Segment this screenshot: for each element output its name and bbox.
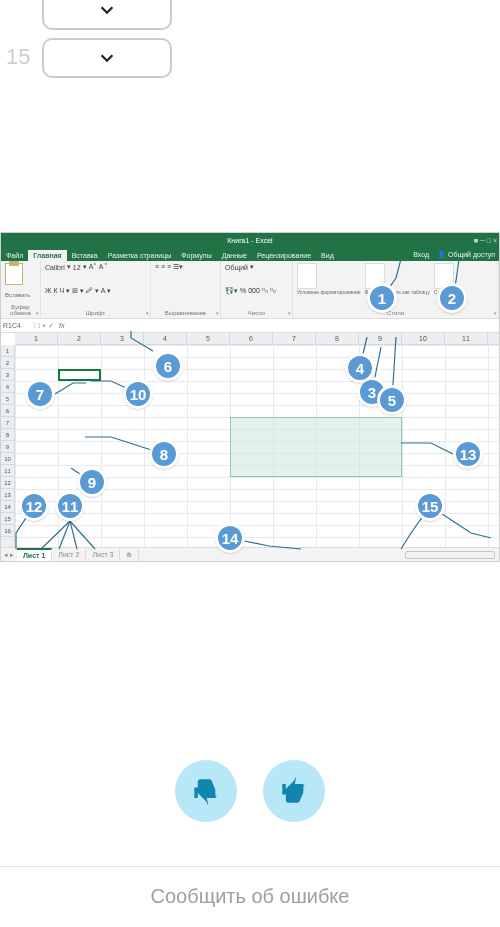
number-group-label: Число — [225, 310, 288, 316]
horizontal-scrollbar[interactable] — [405, 551, 495, 559]
callout-13: 13 — [453, 439, 483, 469]
selected-cell — [58, 369, 101, 381]
sheet-3[interactable]: Лист 3 — [86, 549, 120, 560]
name-box[interactable]: R1C4 — [1, 322, 35, 329]
align-group-label: Выравнивание — [155, 310, 216, 316]
title-bar: Книга1 - Excel ■ ─ □ × — [1, 233, 499, 247]
tab-insert[interactable]: Вставка — [67, 250, 103, 261]
formula-controls[interactable]: ⁞ × ✓ — [35, 322, 57, 330]
sheet-tabs: ◂ ▸ Лист 1 Лист 2 Лист 3 ⊕ — [1, 547, 499, 561]
number-controls[interactable]: % 000 ⁰₀ ⁰₀ — [240, 287, 276, 295]
callout-6: 6 — [153, 351, 183, 381]
callout-1: 1 — [367, 283, 397, 313]
selected-range — [230, 417, 402, 477]
ribbon-font: Calibri▾12▾A˄ A˅ Ж К Ч ▾ ⊞ ▾ 🖉 ▾ A ▾ Шри… — [41, 261, 151, 318]
tab-signin[interactable]: Вход — [409, 249, 433, 261]
tab-layout[interactable]: Разметка страницы — [103, 250, 177, 261]
sheet-add[interactable]: ⊕ — [120, 549, 139, 561]
callout-2: 2 — [437, 283, 467, 313]
callout-12: 12 — [19, 491, 49, 521]
ribbon-styles: Условное форматирование Форматировать ка… — [293, 261, 499, 318]
thumbs-up-button[interactable] — [263, 760, 325, 822]
callout-5: 5 — [377, 385, 407, 415]
callout-4: 4 — [345, 353, 375, 383]
tab-file[interactable]: Файл — [1, 250, 28, 261]
row-headers: 12 34 56 78 910 1112 1314 1516 — [1, 345, 15, 547]
tab-formulas[interactable]: Формулы — [176, 250, 216, 261]
column-headers: 12 34 56 78 910 11 — [15, 333, 499, 345]
callout-8: 8 — [149, 439, 179, 469]
tab-data[interactable]: Данные — [217, 250, 252, 261]
window-controls: ■ ─ □ × — [474, 237, 497, 244]
sheet-1[interactable]: Лист 1 — [17, 548, 52, 561]
callout-11: 11 — [55, 491, 85, 521]
chevron-down-icon — [98, 1, 116, 19]
ribbon: Вставить Буфер обмена Calibri▾12▾A˄ A˅ Ж… — [1, 261, 499, 319]
thumbs-down-button[interactable] — [175, 760, 237, 822]
paste-icon[interactable] — [5, 263, 23, 285]
report-error-link[interactable]: Сообщить об ошибке — [0, 866, 500, 908]
styles-group-label: Стили — [297, 310, 494, 316]
sheet-2[interactable]: Лист 2 — [52, 549, 86, 560]
ribbon-tabs: Файл Главная Вставка Разметка страницы Ф… — [1, 247, 499, 261]
fx-label[interactable]: fx — [57, 322, 66, 329]
dropdown-15[interactable] — [42, 38, 172, 78]
callout-9: 9 — [77, 467, 107, 497]
ribbon-alignment: ≡ ≡ ≡ ☰▾ Выравнивание — [151, 261, 221, 318]
thumbs-up-icon — [280, 777, 308, 805]
clipboard-label: Буфер обмена — [5, 304, 36, 316]
excel-screenshot: Книга1 - Excel ■ ─ □ × Файл Главная Вста… — [0, 232, 500, 562]
tab-share[interactable]: 👤 Общий доступ — [433, 249, 499, 261]
callout-7: 7 — [25, 379, 55, 409]
cond-format-icon[interactable] — [297, 263, 317, 289]
formula-bar: R1C4 ⁞ × ✓ fx — [1, 319, 499, 333]
sheet-nav[interactable]: ◂ ▸ — [1, 551, 17, 559]
callout-15: 15 — [415, 491, 445, 521]
font-name[interactable]: Calibri — [45, 264, 65, 271]
align-controls[interactable]: ≡ ≡ ≡ ☰▾ — [155, 263, 183, 271]
font-group-label: Шрифт — [45, 310, 146, 316]
thumbs-down-icon — [192, 777, 220, 805]
ribbon-number: Общий▾ 💱▾% 000 ⁰₀ ⁰₀ Число — [221, 261, 293, 318]
callout-10: 10 — [123, 379, 153, 409]
chevron-down-icon — [98, 49, 116, 67]
paste-label: Вставить — [5, 292, 36, 298]
feedback-buttons — [0, 760, 500, 822]
question-number-15: 15 — [6, 44, 30, 70]
number-format[interactable]: Общий — [225, 264, 248, 271]
tab-view[interactable]: Вид — [316, 250, 339, 261]
tab-home[interactable]: Главная — [28, 250, 66, 261]
font-size[interactable]: 12 — [73, 264, 81, 271]
ribbon-clipboard: Вставить Буфер обмена — [1, 261, 41, 318]
window-title: Книга1 - Excel — [227, 237, 272, 244]
font-style-controls[interactable]: Ж К Ч ▾ ⊞ ▾ 🖉 ▾ A ▾ — [45, 287, 111, 295]
callout-14: 14 — [215, 523, 245, 553]
tab-review[interactable]: Рецензирование — [252, 250, 316, 261]
dropdown-prev[interactable] — [42, 0, 172, 30]
